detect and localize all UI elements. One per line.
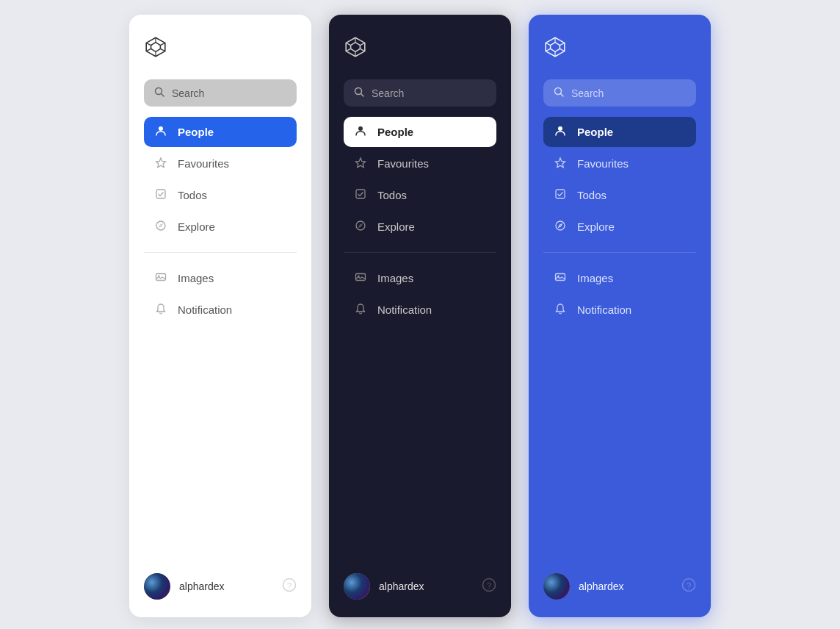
nav-item-explore-dark[interactable]: Explore	[344, 212, 496, 242]
nav-primary-dark: People Favourites Todos Explore	[344, 117, 496, 242]
nav-item-images-blue[interactable]: Images	[543, 263, 696, 293]
nav-label-people-light: People	[178, 126, 214, 138]
sidebar-light: Search People Favourites Todos	[129, 15, 311, 617]
nav-item-people-light[interactable]: People	[144, 117, 297, 147]
nav-item-todos-blue[interactable]: Todos	[543, 180, 696, 210]
nav-primary-blue: People Favourites Todos Explore	[543, 117, 696, 242]
search-box-dark[interactable]: Search	[344, 79, 496, 107]
avatar-light	[144, 573, 170, 600]
nav-divider-blue	[543, 252, 696, 253]
nav-item-notification-light[interactable]: Notification	[144, 295, 297, 325]
compass-icon-light	[154, 220, 167, 234]
images-icon-dark	[354, 271, 367, 285]
nav-item-notification-dark[interactable]: Notification	[344, 295, 496, 325]
svg-line-4	[160, 48, 164, 51]
nav-label-people-blue: People	[577, 126, 613, 138]
svg-line-47	[561, 94, 564, 97]
nav-item-favourites-dark[interactable]: Favourites	[344, 148, 496, 179]
nav-item-todos-dark[interactable]: Todos	[344, 180, 496, 210]
nav-item-notification-blue[interactable]: Notification	[543, 295, 696, 325]
checkbox-icon-blue	[554, 188, 567, 202]
svg-marker-30	[356, 158, 366, 168]
search-placeholder-dark: Search	[372, 87, 404, 99]
compass-icon-dark	[354, 220, 367, 234]
svg-text:?: ?	[687, 581, 691, 590]
search-box-light[interactable]: Search	[144, 79, 297, 107]
nav-label-explore-dark: Explore	[377, 220, 415, 233]
help-icon-light[interactable]: ?	[282, 578, 297, 596]
nav-label-favourites-dark: Favourites	[377, 157, 429, 170]
footer-user-dark: alphardex	[344, 573, 424, 600]
help-icon-blue[interactable]: ?	[681, 578, 696, 596]
people-icon-blue	[554, 125, 567, 139]
svg-rect-34	[356, 274, 366, 281]
svg-marker-20	[351, 43, 361, 52]
nav-label-images-dark: Images	[377, 272, 413, 284]
logo-dark	[344, 35, 496, 62]
star-icon-light	[154, 157, 167, 170]
nav-label-favourites-blue: Favourites	[577, 157, 629, 170]
svg-line-45	[546, 43, 550, 45]
username-dark: alphardex	[379, 581, 424, 592]
nav-item-favourites-blue[interactable]: Favourites	[543, 148, 696, 179]
svg-rect-15	[156, 274, 166, 281]
svg-line-26	[346, 43, 350, 45]
nav-item-people-dark[interactable]: People	[344, 117, 496, 147]
username-light: alphardex	[179, 581, 225, 592]
svg-line-28	[361, 94, 364, 97]
nav-secondary-blue: Images Notification	[543, 263, 696, 325]
svg-line-25	[346, 48, 350, 51]
svg-line-44	[546, 48, 550, 51]
search-icon-light	[154, 87, 164, 99]
svg-text:?: ?	[487, 581, 491, 590]
svg-marker-39	[551, 43, 560, 52]
nav-item-explore-light[interactable]: Explore	[144, 212, 297, 242]
sidebar-blue: Search People Favourites Todos	[529, 15, 711, 617]
svg-rect-31	[356, 190, 365, 198]
footer-user-light: alphardex	[144, 573, 225, 600]
nav-label-images-light: Images	[178, 272, 214, 284]
nav-item-images-dark[interactable]: Images	[344, 263, 496, 293]
bell-icon-light	[154, 303, 167, 317]
nav-label-todos-dark: Todos	[377, 189, 407, 201]
footer-user-blue: alphardex	[543, 573, 624, 600]
svg-marker-14	[159, 224, 163, 228]
logo-blue	[543, 35, 696, 62]
svg-marker-11	[156, 158, 166, 168]
search-icon-dark	[354, 87, 364, 99]
svg-line-3	[160, 43, 164, 45]
star-icon-blue	[554, 157, 567, 170]
images-icon-blue	[554, 271, 567, 285]
nav-item-people-blue[interactable]: People	[543, 117, 696, 147]
svg-marker-49	[556, 158, 565, 168]
compass-icon-blue	[554, 220, 567, 234]
nav-item-explore-blue[interactable]: Explore	[543, 212, 696, 242]
nav-item-images-light[interactable]: Images	[144, 263, 297, 293]
svg-point-10	[159, 126, 163, 131]
nav-label-notification-blue: Notification	[577, 303, 631, 316]
bell-icon-dark	[354, 303, 367, 317]
svg-rect-50	[556, 190, 565, 198]
svg-line-23	[360, 48, 364, 51]
bell-icon-blue	[554, 303, 567, 317]
images-icon-light	[154, 271, 167, 285]
svg-line-9	[162, 94, 164, 97]
svg-marker-1	[151, 43, 161, 52]
star-icon-dark	[354, 157, 367, 170]
nav-label-explore-light: Explore	[178, 220, 215, 233]
nav-item-todos-light[interactable]: Todos	[144, 180, 297, 210]
nav-item-favourites-light[interactable]: Favourites	[144, 148, 297, 179]
checkbox-icon-dark	[354, 188, 367, 202]
svg-marker-33	[359, 224, 363, 228]
nav-label-notification-dark: Notification	[377, 303, 432, 316]
svg-rect-12	[156, 190, 165, 198]
nav-divider-dark	[344, 252, 496, 253]
nav-label-images-blue: Images	[577, 272, 613, 284]
nav-label-todos-light: Todos	[178, 189, 207, 201]
username-blue: alphardex	[579, 581, 624, 592]
svg-point-29	[358, 126, 363, 131]
search-box-blue[interactable]: Search	[543, 79, 696, 107]
help-icon-dark[interactable]: ?	[482, 578, 496, 596]
svg-line-42	[560, 48, 564, 51]
nav-label-people-dark: People	[377, 126, 413, 138]
